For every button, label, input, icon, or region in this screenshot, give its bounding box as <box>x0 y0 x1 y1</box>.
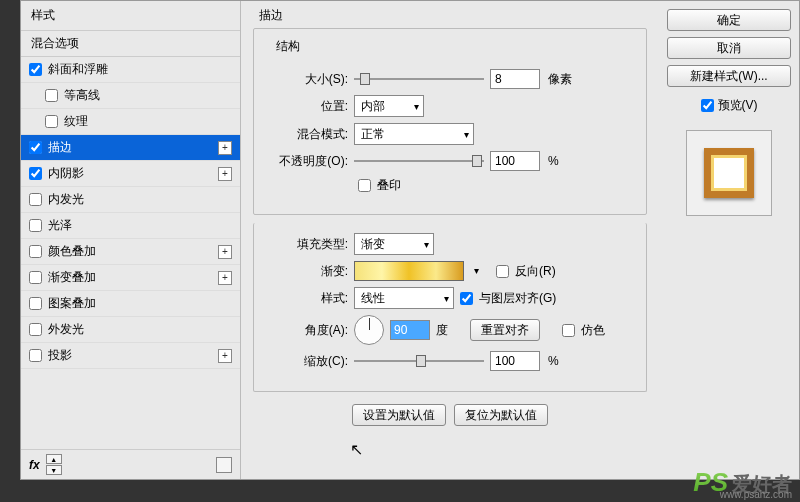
style-row-3[interactable]: 描边+ <box>21 135 240 161</box>
style-row-0[interactable]: 斜面和浮雕 <box>21 57 240 83</box>
style-label: 外发光 <box>48 321 232 338</box>
filltype-label: 填充类型: <box>268 236 348 253</box>
style-label: 投影 <box>48 347 218 364</box>
overprint-checkbox[interactable] <box>358 179 371 192</box>
preview-label: 预览(V) <box>718 97 758 114</box>
opacity-slider[interactable] <box>354 153 484 169</box>
style-row-1[interactable]: 等高线 <box>21 83 240 109</box>
add-effect-icon[interactable]: + <box>218 245 232 259</box>
style-label: 斜面和浮雕 <box>48 61 232 78</box>
gradstyle-label: 样式: <box>268 290 348 307</box>
style-label: 图案叠加 <box>48 295 232 312</box>
set-default-button[interactable]: 设置为默认值 <box>352 404 446 426</box>
style-label: 颜色叠加 <box>48 243 218 260</box>
angle-unit: 度 <box>436 322 448 339</box>
style-checkbox[interactable] <box>29 193 42 206</box>
opacity-input[interactable] <box>490 151 540 171</box>
scale-slider[interactable] <box>354 353 484 369</box>
reset-align-button[interactable]: 重置对齐 <box>470 319 540 341</box>
style-checkbox[interactable] <box>29 245 42 258</box>
dialog-buttons-panel: 确定 取消 新建样式(W)... 预览(V) <box>659 1 799 479</box>
fill-group: 填充类型: 渐变 渐变: 反向(R) 样式: 线性 与图层对齐(G) 角度(A)… <box>253 223 647 392</box>
styles-list-panel: 样式 混合选项 斜面和浮雕等高线纹理描边+内阴影+内发光光泽颜色叠加+渐变叠加+… <box>21 1 241 479</box>
watermark: PS 爱好者 www.psahz.com <box>693 467 792 498</box>
watermark-url: www.psahz.com <box>720 489 792 500</box>
angle-label: 角度(A): <box>268 322 348 339</box>
layer-style-dialog: 样式 混合选项 斜面和浮雕等高线纹理描边+内阴影+内发光光泽颜色叠加+渐变叠加+… <box>20 0 800 480</box>
reset-default-button[interactable]: 复位为默认值 <box>454 404 548 426</box>
style-row-2[interactable]: 纹理 <box>21 109 240 135</box>
position-select[interactable]: 内部 <box>354 95 424 117</box>
angle-input[interactable] <box>390 320 430 340</box>
align-checkbox[interactable] <box>460 292 473 305</box>
preview-thumbnail <box>686 130 772 216</box>
style-row-9[interactable]: 图案叠加 <box>21 291 240 317</box>
size-label: 大小(S): <box>268 71 348 88</box>
style-label: 等高线 <box>64 87 232 104</box>
ok-button[interactable]: 确定 <box>667 9 791 31</box>
stroke-settings-panel: 描边 结构 大小(S): 像素 位置: 内部 混合模式: 正常 不透明度(O): <box>241 1 659 479</box>
style-row-6[interactable]: 光泽 <box>21 213 240 239</box>
style-label: 渐变叠加 <box>48 269 218 286</box>
preview-checkbox[interactable] <box>701 99 714 112</box>
style-checkbox[interactable] <box>29 323 42 336</box>
gradstyle-select[interactable]: 线性 <box>354 287 454 309</box>
preview-square <box>704 148 754 198</box>
overprint-label: 叠印 <box>377 177 401 194</box>
move-down-button[interactable]: ▼ <box>46 465 62 475</box>
size-unit: 像素 <box>548 71 572 88</box>
style-checkbox[interactable] <box>29 297 42 310</box>
style-checkbox[interactable] <box>45 115 58 128</box>
style-row-8[interactable]: 渐变叠加+ <box>21 265 240 291</box>
style-checkbox[interactable] <box>29 271 42 284</box>
style-row-10[interactable]: 外发光 <box>21 317 240 343</box>
reorder-arrows: ▲ ▼ <box>46 454 62 475</box>
add-effect-icon[interactable]: + <box>218 167 232 181</box>
styles-footer: fx ▲ ▼ <box>21 449 240 479</box>
reverse-checkbox[interactable] <box>496 265 509 278</box>
add-effect-icon[interactable]: + <box>218 349 232 363</box>
angle-dial[interactable] <box>354 315 384 345</box>
reverse-label: 反向(R) <box>515 263 556 280</box>
scale-label: 缩放(C): <box>268 353 348 370</box>
style-row-5[interactable]: 内发光 <box>21 187 240 213</box>
structure-group: 结构 大小(S): 像素 位置: 内部 混合模式: 正常 不透明度(O): % <box>253 28 647 215</box>
cancel-button[interactable]: 取消 <box>667 37 791 59</box>
style-row-11[interactable]: 投影+ <box>21 343 240 369</box>
style-checkbox[interactable] <box>29 141 42 154</box>
scale-input[interactable] <box>490 351 540 371</box>
move-up-button[interactable]: ▲ <box>46 454 62 464</box>
opacity-label: 不透明度(O): <box>268 153 348 170</box>
dither-checkbox[interactable] <box>562 324 575 337</box>
new-style-button[interactable]: 新建样式(W)... <box>667 65 791 87</box>
style-checkbox[interactable] <box>45 89 58 102</box>
position-label: 位置: <box>268 98 348 115</box>
align-label: 与图层对齐(G) <box>479 290 556 307</box>
style-label: 光泽 <box>48 217 232 234</box>
blendmode-label: 混合模式: <box>268 126 348 143</box>
style-checkbox[interactable] <box>29 167 42 180</box>
styles-header: 样式 <box>21 1 240 31</box>
size-slider[interactable] <box>354 71 484 87</box>
scale-unit: % <box>548 354 559 368</box>
style-row-7[interactable]: 颜色叠加+ <box>21 239 240 265</box>
panel-title: 描边 <box>253 7 647 24</box>
gradient-swatch[interactable] <box>354 261 464 281</box>
delete-style-button[interactable] <box>216 457 232 473</box>
style-checkbox[interactable] <box>29 219 42 232</box>
style-checkbox[interactable] <box>29 63 42 76</box>
filltype-select[interactable]: 渐变 <box>354 233 434 255</box>
gradient-label: 渐变: <box>268 263 348 280</box>
blendmode-select[interactable]: 正常 <box>354 123 474 145</box>
style-label: 内阴影 <box>48 165 218 182</box>
blending-options-row[interactable]: 混合选项 <box>21 31 240 57</box>
opacity-unit: % <box>548 154 559 168</box>
style-row-4[interactable]: 内阴影+ <box>21 161 240 187</box>
style-checkbox[interactable] <box>29 349 42 362</box>
add-effect-icon[interactable]: + <box>218 141 232 155</box>
add-effect-icon[interactable]: + <box>218 271 232 285</box>
size-input[interactable] <box>490 69 540 89</box>
fx-icon[interactable]: fx <box>29 458 40 472</box>
dither-label: 仿色 <box>581 322 605 339</box>
structure-legend: 结构 <box>272 38 304 55</box>
